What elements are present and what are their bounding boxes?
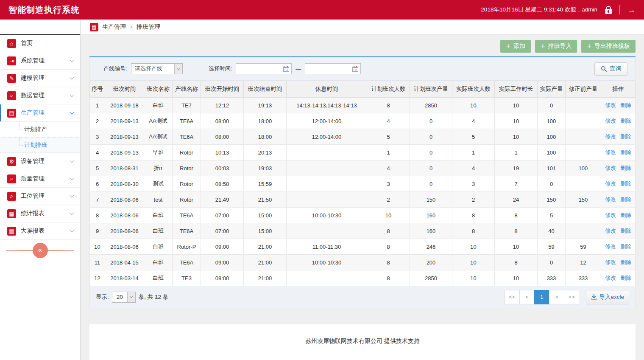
delete-link[interactable]: 删除 (620, 118, 631, 124)
delete-link[interactable]: 删除 (620, 259, 631, 265)
table-cell: 10 (90, 239, 105, 255)
table-cell: TE6A (173, 208, 201, 223)
page-last-button[interactable]: >> (564, 290, 579, 304)
sidebar-item-data[interactable]: ⌕数据管理 (0, 87, 80, 104)
chevron-down-icon (127, 292, 135, 302)
table-cell-actions: 修改删除 (601, 145, 636, 160)
delete-link[interactable]: 删除 (620, 228, 631, 234)
breadcrumb-page: 排班管理 (137, 23, 160, 31)
lock-icon[interactable] (605, 9, 612, 14)
toolbar: 添加 排班导入 导出排班模板 (89, 35, 636, 56)
end-date-input[interactable] (305, 63, 361, 74)
shift-import-button[interactable]: 排班导入 (535, 40, 577, 53)
table-cell: 100 (566, 160, 601, 176)
delete-link[interactable]: 删除 (620, 212, 631, 218)
sidebar-subitem-plan-production[interactable]: 计划排产 (0, 122, 80, 137)
delete-link[interactable]: 删除 (620, 133, 631, 140)
sidebar-submenu: 计划排产计划排班 (0, 122, 80, 153)
sidebar-menu: ⌂首页⇥系统管理✎建模管理⌕数据管理▤生产管理计划排产计划排班⚙设备管理⌕质量管… (0, 35, 80, 240)
delete-link[interactable]: 删除 (620, 243, 631, 250)
line-select-value: 请选择产线 (131, 64, 174, 74)
table-cell: 12 (566, 255, 601, 270)
edit-link[interactable]: 修改 (605, 133, 616, 140)
support-text: 苏州凌犀物联网技术有限公司 提供技术支持 (305, 338, 420, 345)
table-cell: AA测试 (144, 129, 173, 145)
table-cell: 10 (452, 98, 495, 113)
table-cell: 101 (538, 160, 566, 176)
column-header: 计划班次人数 (367, 81, 410, 98)
edit-link[interactable]: 修改 (605, 243, 616, 250)
calendar-icon (352, 66, 358, 72)
table-cell: 2018-09-18 (105, 98, 144, 113)
sidebar-subitem-plan-shift[interactable]: 计划排班 (0, 137, 80, 152)
sidebar-item-production[interactable]: ▤生产管理 (0, 104, 80, 122)
page-prev-button[interactable]: < (519, 290, 535, 304)
table-cell-actions: 修改删除 (601, 129, 636, 145)
delete-link[interactable]: 删除 (620, 180, 631, 187)
table-row: 112018-04-15白班TE6A09:0021:0010:00-10:308… (90, 255, 636, 270)
column-header: 操作 (601, 81, 636, 98)
sidebar-item-bigscreen[interactable]: ▦大屏报表 (0, 222, 80, 240)
table-cell: 11:00-11:30 (287, 239, 367, 255)
edit-link[interactable]: 修改 (605, 149, 616, 155)
table-cell: 5 (452, 129, 495, 145)
table-cell: 1 (367, 145, 410, 160)
column-header: 产线名称 (173, 81, 201, 98)
production-icon: ▤ (7, 109, 16, 118)
table-cell-actions: 修改删除 (601, 208, 636, 223)
edit-link[interactable]: 修改 (605, 196, 616, 202)
sidebar-item-home[interactable]: ⌂首页 (0, 35, 80, 52)
table-cell: 10 (452, 270, 495, 286)
station-search-icon: ⌕ (7, 192, 16, 201)
add-button[interactable]: 添加 (500, 40, 531, 53)
table-cell: 白班 (144, 239, 173, 255)
time-range-label: 选择时间: (209, 65, 232, 73)
delete-link[interactable]: 删除 (620, 275, 631, 281)
sidebar-item-equipment[interactable]: ⚙设备管理 (0, 153, 80, 170)
table-cell: 10:13 (201, 145, 244, 160)
table-cell: 8 (495, 208, 538, 223)
edit-link[interactable]: 修改 (605, 275, 616, 281)
breadcrumb-section[interactable]: 生产管理 (102, 23, 126, 31)
sidebar-item-system[interactable]: ⇥系统管理 (0, 52, 80, 70)
edit-link[interactable]: 修改 (605, 118, 616, 124)
table-cell: 8 (452, 223, 495, 239)
table-cell: 11 (90, 255, 105, 270)
chevron-down-icon (70, 228, 74, 232)
sidebar-item-station[interactable]: ⌕工位管理 (0, 188, 80, 205)
sidebar-item-quality[interactable]: ⌕质量管理 (0, 170, 80, 188)
line-select[interactable]: 请选择产线 (131, 63, 183, 74)
table-cell-actions: 修改删除 (601, 113, 636, 129)
sidebar-item-modeling[interactable]: ✎建模管理 (0, 70, 80, 87)
import-excel-button[interactable]: 导入excle (586, 290, 629, 304)
edit-link[interactable]: 修改 (605, 102, 616, 108)
topbar-divider (619, 5, 620, 14)
delete-link[interactable]: 删除 (620, 165, 631, 171)
table-cell: 10 (452, 239, 495, 255)
export-template-button[interactable]: 导出排班模板 (581, 40, 636, 53)
page-size-select[interactable]: 20 (112, 292, 136, 303)
delete-link[interactable]: 删除 (620, 149, 631, 155)
delete-link[interactable]: 删除 (620, 102, 631, 108)
delete-link[interactable]: 删除 (620, 196, 631, 202)
edit-link[interactable]: 修改 (605, 228, 616, 234)
page-first-button[interactable]: << (505, 290, 520, 304)
table-cell: 100 (538, 145, 566, 160)
edit-link[interactable]: 修改 (605, 165, 616, 171)
table-cell-actions: 修改删除 (601, 176, 636, 192)
edit-link[interactable]: 修改 (605, 259, 616, 265)
table-cell: 2018-08-30 (105, 176, 144, 192)
edit-link[interactable]: 修改 (605, 212, 616, 218)
sidebar-collapse-button[interactable] (33, 243, 48, 258)
table-cell: 100 (538, 113, 566, 129)
search-button[interactable]: 查询 (594, 62, 627, 76)
table-cell: 200 (410, 255, 452, 270)
sidebar-item-stats[interactable]: ▦统计报表 (0, 205, 80, 222)
page-next-button[interactable]: > (549, 290, 564, 304)
page-number-button[interactable]: 1 (534, 290, 549, 304)
edit-link[interactable]: 修改 (605, 180, 616, 187)
logout-arrow-icon[interactable] (627, 6, 636, 14)
start-date-input[interactable] (236, 63, 292, 74)
table-cell: 0 (538, 98, 566, 113)
table-cell: 1 (495, 145, 538, 160)
